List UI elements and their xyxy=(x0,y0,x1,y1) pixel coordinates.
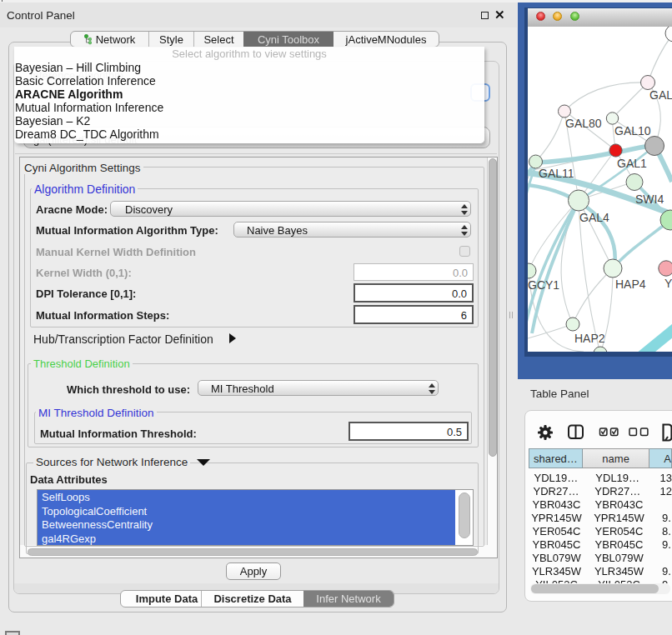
svg-text:GAL4: GAL4 xyxy=(579,211,609,224)
svg-text:GAL1: GAL1 xyxy=(617,157,647,170)
svg-text:HAP2: HAP2 xyxy=(574,332,605,345)
svg-text:GCY1: GCY1 xyxy=(528,278,559,292)
svg-text:GAL: GAL xyxy=(649,88,672,102)
svg-text:GAL10: GAL10 xyxy=(614,124,651,138)
svg-text:Y: Y xyxy=(664,277,672,290)
svg-text:SWI4: SWI4 xyxy=(635,192,664,206)
svg-text:GAL80: GAL80 xyxy=(565,117,602,130)
svg-text:HAP4: HAP4 xyxy=(615,278,646,291)
svg-text:GAL11: GAL11 xyxy=(539,167,574,180)
